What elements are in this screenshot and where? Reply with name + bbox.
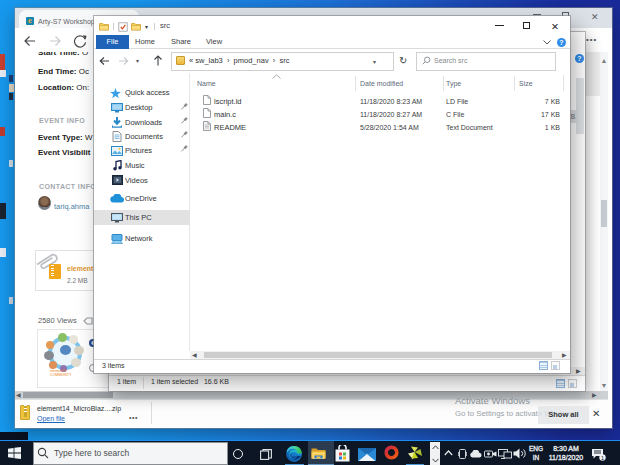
svg-text:1: 1 [601, 455, 604, 461]
